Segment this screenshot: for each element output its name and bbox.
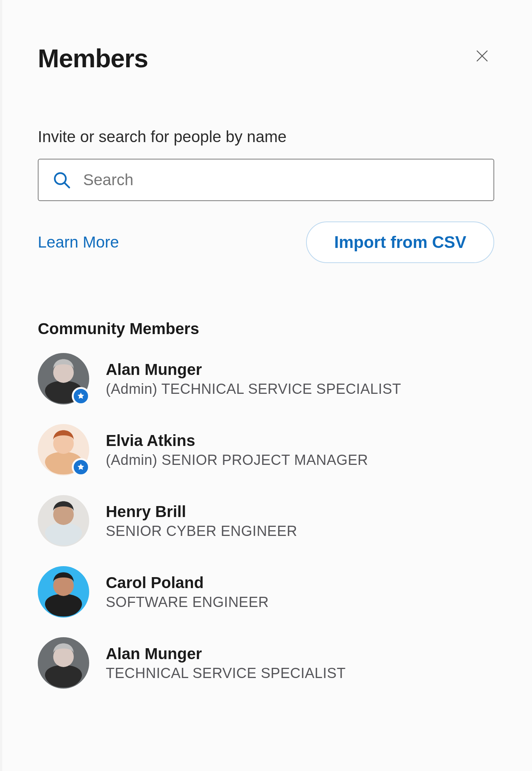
- admin-badge: [72, 458, 90, 476]
- member-text: Henry BrillSENIOR CYBER ENGINEER: [106, 503, 297, 539]
- member-text: Elvia Atkins(Admin) SENIOR PROJECT MANAG…: [106, 432, 368, 468]
- member-role: (Admin) SENIOR PROJECT MANAGER: [106, 452, 368, 468]
- member-row[interactable]: Carol PolandSOFTWARE ENGINEER: [38, 566, 494, 618]
- avatar: [38, 424, 89, 475]
- search-section: Invite or search for people by name Lear…: [38, 128, 494, 263]
- close-icon: [475, 48, 490, 63]
- member-name: Henry Brill: [106, 503, 297, 521]
- search-label: Invite or search for people by name: [38, 128, 494, 146]
- member-text: Alan Munger(Admin) TECHNICAL SERVICE SPE…: [106, 361, 401, 397]
- import-csv-button[interactable]: Import from CSV: [306, 221, 494, 263]
- close-button[interactable]: [470, 44, 494, 68]
- member-text: Carol PolandSOFTWARE ENGINEER: [106, 574, 269, 610]
- search-actions: Learn More Import from CSV: [38, 221, 494, 263]
- avatar: [38, 495, 89, 547]
- panel-header: Members: [38, 45, 494, 71]
- member-role: (Admin) TECHNICAL SERVICE SPECIALIST: [106, 381, 401, 397]
- search-icon: [51, 170, 72, 190]
- search-input[interactable]: [82, 159, 481, 201]
- admin-badge: [72, 387, 90, 405]
- search-field-wrapper[interactable]: [38, 159, 494, 201]
- member-row[interactable]: Alan MungerTECHNICAL SERVICE SPECIALIST: [38, 637, 494, 689]
- avatar: [38, 637, 89, 689]
- members-panel: Members Invite or search for people by n…: [0, 0, 532, 771]
- member-name: Carol Poland: [106, 574, 269, 592]
- member-row[interactable]: Alan Munger(Admin) TECHNICAL SERVICE SPE…: [38, 353, 494, 404]
- member-role: SENIOR CYBER ENGINEER: [106, 523, 297, 539]
- avatar-image: [38, 637, 89, 689]
- star-icon: [77, 463, 85, 471]
- member-row[interactable]: Elvia Atkins(Admin) SENIOR PROJECT MANAG…: [38, 424, 494, 475]
- learn-more-link[interactable]: Learn More: [38, 233, 119, 251]
- avatar: [38, 353, 89, 404]
- member-role: TECHNICAL SERVICE SPECIALIST: [106, 665, 346, 681]
- members-heading: Community Members: [38, 320, 494, 338]
- star-icon: [77, 392, 85, 400]
- svg-line-3: [65, 183, 69, 187]
- member-list: Alan Munger(Admin) TECHNICAL SERVICE SPE…: [38, 353, 494, 689]
- avatar-image: [38, 495, 89, 547]
- member-role: SOFTWARE ENGINEER: [106, 594, 269, 610]
- page-title: Members: [38, 45, 148, 71]
- avatar: [38, 566, 89, 618]
- member-name: Elvia Atkins: [106, 432, 368, 450]
- member-text: Alan MungerTECHNICAL SERVICE SPECIALIST: [106, 645, 346, 681]
- member-name: Alan Munger: [106, 645, 346, 663]
- member-row[interactable]: Henry BrillSENIOR CYBER ENGINEER: [38, 495, 494, 547]
- member-name: Alan Munger: [106, 361, 401, 379]
- avatar-image: [38, 566, 89, 618]
